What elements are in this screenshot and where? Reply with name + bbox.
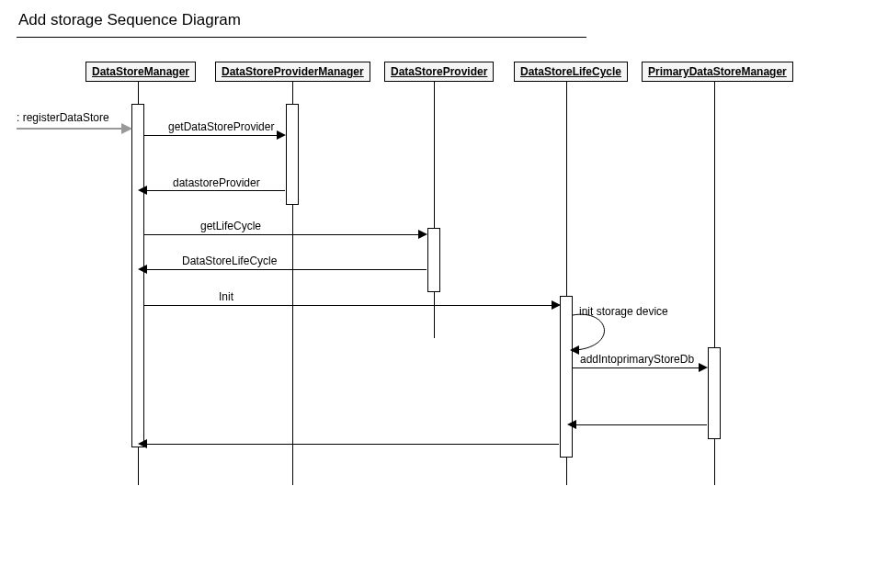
msg8-line: [574, 424, 707, 425]
msg9-line: [144, 444, 559, 445]
activation-p5: [708, 347, 721, 439]
activation-p2: [286, 104, 299, 205]
msg8-arrow: [567, 420, 576, 429]
activation-p1: [131, 104, 144, 447]
lifeline-p3: [434, 81, 435, 338]
participant-primarydatastoremanager: PrimaryDataStoreManager: [642, 62, 793, 82]
msg7-arrow: [699, 363, 708, 372]
msg2-line: [144, 190, 285, 191]
participant-datastoreprovidermanager: DataStoreProviderManager: [215, 62, 370, 82]
msg3-label: getLifeCycle: [200, 220, 261, 232]
msg7-line: [573, 368, 704, 368]
msg0-label: : registerDataStore: [17, 111, 109, 124]
title-underline: [17, 37, 586, 38]
msg2-arrow: [138, 186, 147, 195]
msg3-line: [144, 234, 424, 235]
msg4-line: [144, 269, 427, 270]
participant-datastoreprovider: DataStoreProvider: [384, 62, 494, 82]
participant-datastorelifecycle: DataStoreLifeCycle: [514, 62, 628, 82]
msg2-label: datastoreProvider: [173, 176, 260, 189]
msg4-label: DataStoreLifeCycle: [182, 254, 277, 267]
msg5-line: [144, 305, 557, 306]
msg7-label: addIntoprimaryStoreDb: [580, 353, 694, 366]
msg6-label: init storage device: [579, 305, 668, 318]
msg5-arrow: [552, 300, 561, 310]
msg1-label: getDataStoreProvider: [168, 120, 274, 133]
msg0-arrow: [121, 123, 132, 134]
msg1-arrow: [277, 130, 286, 140]
msg9-arrow: [138, 439, 147, 448]
msg5-label: Init: [219, 290, 233, 303]
msg1-line: [144, 135, 282, 136]
diagram-title: Add storage Sequence Diagram: [18, 11, 241, 29]
msg0-line: [17, 128, 127, 130]
msg3-arrow: [418, 230, 427, 239]
msg4-arrow: [138, 265, 147, 274]
svg-marker-0: [570, 345, 579, 355]
participant-datastoremanager: DataStoreManager: [85, 62, 196, 82]
activation-p3: [427, 228, 440, 292]
